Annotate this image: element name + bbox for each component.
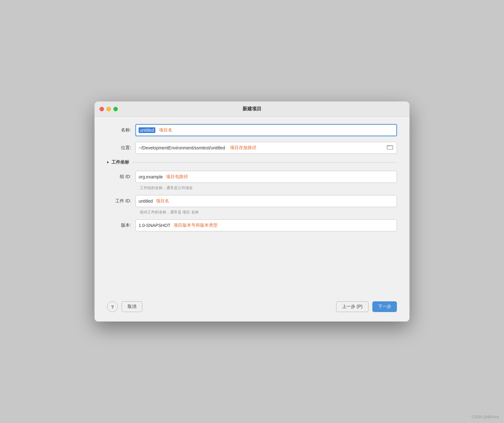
next-button[interactable]: 下一步 — [372, 301, 397, 312]
location-input-wrap: ~/DevelopmentEnvironment/ssmtest/untitle… — [135, 142, 397, 154]
location-row: 位置: ~/DevelopmentEnvironment/ssmtest/unt… — [107, 142, 397, 154]
traffic-lights — [100, 107, 118, 111]
location-label: 位置: — [107, 145, 135, 151]
artifact-id-label: 工件 ID: — [107, 198, 135, 204]
window-title: 新建项目 — [243, 106, 261, 112]
group-id-input-wrap: org.example 项目包路径 — [135, 171, 397, 183]
name-row: 名称: untitled 项目名 — [107, 124, 397, 136]
minimize-button[interactable] — [106, 107, 111, 111]
browse-folder-button[interactable] — [386, 144, 394, 152]
group-id-row: 组 ID: org.example 项目包路径 — [107, 171, 397, 183]
group-id-description: 工件组的名称，通常是公司域名 — [140, 185, 397, 191]
watermark: CSDN @蜗牛ed — [472, 414, 499, 420]
collapse-icon — [107, 161, 109, 164]
titlebar: 新建项目 — [94, 101, 410, 117]
name-label: 名称: — [107, 127, 135, 133]
name-input-wrap: untitled 项目名 — [135, 124, 397, 136]
version-input[interactable] — [135, 219, 397, 231]
svg-rect-3 — [393, 146, 393, 150]
version-label: 版本: — [107, 223, 135, 228]
version-row: 版本: 1.0-SNAPSHOT 项目版本号和版本类型 — [107, 219, 397, 231]
artifact-section-header: 工件坐标 — [107, 159, 397, 165]
footer-left: ? 取消 — [107, 301, 142, 312]
section-label: 工件坐标 — [112, 159, 129, 165]
version-input-wrap: 1.0-SNAPSHOT 项目版本号和版本类型 — [135, 219, 397, 231]
svg-rect-2 — [387, 149, 393, 150]
group-id-input[interactable] — [135, 171, 397, 183]
footer-right: 上一步 (P) 下一步 — [336, 301, 397, 312]
section-toggle[interactable]: 工件坐标 — [107, 159, 129, 165]
artifact-id-row: 工件 ID: untitled 项目名 — [107, 195, 397, 207]
cancel-button[interactable]: 取消 — [122, 301, 142, 312]
new-project-dialog: 新建项目 名称: untitled 项目名 位置: ~/DevelopmentE… — [94, 101, 410, 322]
section-divider-line — [132, 162, 397, 163]
location-input[interactable] — [135, 142, 397, 154]
maximize-button[interactable] — [113, 107, 118, 111]
group-id-label: 组 ID: — [107, 174, 135, 180]
prev-button[interactable]: 上一步 (P) — [336, 301, 369, 312]
help-button[interactable]: ? — [107, 301, 118, 312]
artifact-id-input[interactable] — [135, 195, 397, 207]
artifact-id-input-wrap: untitled 项目名 — [135, 195, 397, 207]
close-button[interactable] — [100, 107, 104, 111]
name-input[interactable] — [135, 124, 397, 136]
dialog-content: 名称: untitled 项目名 位置: ~/DevelopmentEnviro… — [94, 117, 410, 245]
artifact-id-description: 组内工件的名称，通常是 项目 名称 — [140, 210, 397, 215]
dialog-footer: ? 取消 上一步 (P) 下一步 — [94, 295, 410, 322]
